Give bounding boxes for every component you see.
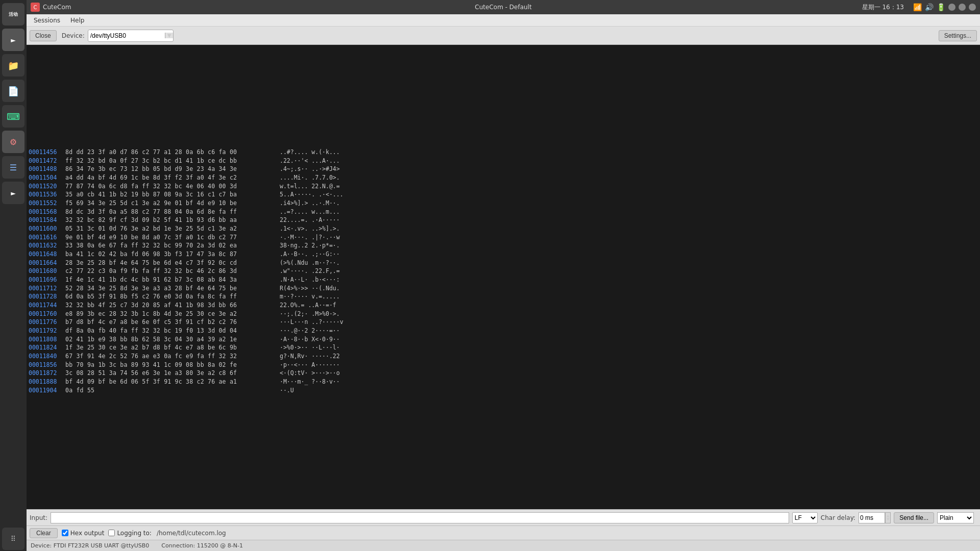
hex-address[interactable]: 00011792	[29, 327, 65, 335]
hex-bytes: 67 3f 91 4e 2c 52 76 ae e3 0a fc e9 fa f…	[65, 352, 280, 361]
table-row: 00011824 1f 3e 25 30 ce 3e a2 b7 d8 bf 4…	[29, 343, 978, 352]
device-dropdown-arrow[interactable]: ▼	[165, 33, 174, 38]
table-row: 00011472 ff 32 32 bd 0a 0f 27 3c b2 bc d…	[29, 157, 978, 165]
hex-address[interactable]: 00011488	[29, 165, 65, 173]
send-file-button[interactable]: Send file...	[894, 512, 934, 523]
input-field[interactable]	[51, 512, 789, 523]
hex-address[interactable]: 00011904	[29, 386, 65, 395]
hex-ascii: ·A··8··b X<·0·9··	[280, 335, 978, 344]
hex-bytes: ba 41 1c 02 42 ba fd 06 98 3b f3 17 47 3…	[65, 250, 280, 259]
hex-output-label: Hex output	[70, 530, 105, 537]
table-row: 00011808 02 41 1b e9 38 bb 8b 62 58 3c 0…	[29, 335, 978, 344]
hex-address[interactable]: 00011808	[29, 335, 65, 344]
hex-address[interactable]: 00011504	[29, 173, 65, 182]
terminal2-icon[interactable]: ►	[2, 182, 24, 204]
minimize-button[interactable]	[948, 4, 955, 11]
hex-ascii: .N·A··L· .b·<···:	[280, 276, 978, 284]
hex-address[interactable]: 00011680	[29, 267, 65, 276]
hex-address[interactable]: 00011840	[29, 352, 65, 361]
grid-symbol: ⠿	[11, 535, 16, 543]
help-menu[interactable]: Help	[66, 16, 88, 25]
table-row: 00011888 bf 4d 09 bf be 6d 06 5f 3f 91 9…	[29, 378, 978, 386]
hex-ascii: ....Mi·. .7.7.0>.	[280, 173, 978, 182]
files-icon[interactable]: 📁	[2, 54, 24, 77]
hex-address[interactable]: 00011552	[29, 199, 65, 208]
output-area[interactable]: 00011456 8d dd 23 3f a0 d7 86 c2 77 a1 2…	[27, 45, 980, 509]
logging-checkbox[interactable]	[108, 530, 115, 536]
close-button[interactable]: Close	[30, 30, 57, 41]
hex-bytes: 86 34 7e 3b ec 73 12 bb 05 bd d9 3e 23 4…	[65, 165, 280, 173]
hex-address[interactable]: 00011536	[29, 190, 65, 199]
hex-address[interactable]: 00011456	[29, 148, 65, 157]
table-row: 00011600 05 31 3c 01 0d 76 3e a2 bd 1e 3…	[29, 224, 978, 233]
hex-address[interactable]: 00011888	[29, 378, 65, 386]
app-grid-icon[interactable]: ⠿	[2, 528, 24, 550]
chardelay-input[interactable]	[859, 512, 885, 523]
hex-address[interactable]: 00011872	[29, 369, 65, 378]
hex-ascii: ··.U	[280, 386, 978, 395]
hex-address[interactable]: 00011744	[29, 301, 65, 310]
hex-address[interactable]: 00011776	[29, 318, 65, 327]
vscode-symbol: ⌨	[7, 111, 20, 122]
hex-ascii: ···.@··2 2····=··	[280, 327, 978, 335]
table-row: 00011696 1f 4e 1c 41 1b dc 4c bb 91 62 b…	[29, 276, 978, 284]
format-select[interactable]: Plain Hex	[937, 512, 974, 523]
table-row: 00011504 a4 dd 4a bf 4d 69 1c be 8d 3f f…	[29, 173, 978, 182]
activities-button[interactable]: 活动	[2, 3, 24, 26]
logging-checkbox-label[interactable]: Logging to:	[108, 530, 152, 537]
hex-ascii: .1<·.v>. ..>%].>.	[280, 224, 978, 233]
hex-bytes: b7 d8 bf 4c e7 a8 be 6e 0f c5 3f 91 cf b…	[65, 318, 280, 327]
close-window-button[interactable]	[969, 4, 976, 11]
hex-address[interactable]: 00011632	[29, 241, 65, 250]
hex-ascii: <·(Q:tV· >···>··o	[280, 369, 978, 378]
settings-button[interactable]: Settings...	[939, 30, 977, 41]
lf-select[interactable]: LF CR CR+LF None	[792, 512, 818, 523]
toolbar: Close Device: ▼ Settings...	[27, 27, 980, 45]
hex-address[interactable]: 00011696	[29, 276, 65, 284]
cutecom-icon[interactable]: ⚙	[2, 131, 24, 153]
vscode-icon[interactable]: ⌨	[2, 105, 24, 128]
table-row: 00011680 c2 77 22 c3 0a f9 fb fa ff 32 3…	[29, 267, 978, 276]
sessions-menu[interactable]: Sessions	[30, 16, 64, 25]
table-row: 00011648 ba 41 1c 02 42 ba fd 06 98 3b f…	[29, 250, 978, 259]
hex-address[interactable]: 00011728	[29, 292, 65, 301]
hex-output-checkbox[interactable]	[62, 530, 68, 536]
app-icon-6[interactable]: ☰	[2, 156, 24, 179]
menubar: Sessions Help	[27, 14, 980, 27]
device-status: Device: FTDI FT232R USB UART @ttyUSB0	[31, 542, 149, 549]
terminal-icon[interactable]: ►	[2, 29, 24, 51]
hex-address[interactable]: 00011856	[29, 361, 65, 369]
hex-address[interactable]: 00011664	[29, 259, 65, 267]
spinner-down[interactable]: ▼	[886, 518, 890, 521]
clear-button[interactable]: Clear	[30, 528, 58, 538]
hex-address[interactable]: 00011520	[29, 182, 65, 191]
hex-ascii: .i4>%].> ..·.M··.	[280, 199, 978, 208]
window-titlebar: C CuteCom CuteCom - Default 星期一 16：13 📶 …	[27, 0, 980, 14]
hex-address[interactable]: 00011616	[29, 233, 65, 242]
hex-bytes: 05 31 3c 01 0d 76 3e a2 bd 1e 3e 25 5d c…	[65, 224, 280, 233]
terminal2-symbol: ►	[11, 188, 16, 198]
table-row: 00011520 77 87 74 0a 6c d8 fa ff 32 32 b…	[29, 182, 978, 191]
hex-address[interactable]: 00011760	[29, 310, 65, 318]
editor-icon[interactable]: 📄	[2, 80, 24, 102]
hex-bytes: 28 3e 25 28 bf 4e 64 75 be 6d e4 c7 3f 9…	[65, 259, 280, 267]
hex-address[interactable]: 00011472	[29, 157, 65, 165]
hex-bytes: 8d dd 23 3f a0 d7 86 c2 77 a1 28 0a 6b c…	[65, 148, 280, 157]
hex-address[interactable]: 00011648	[29, 250, 65, 259]
empty-output-top	[29, 46, 978, 148]
hex-address[interactable]: 00011584	[29, 216, 65, 224]
maximize-button[interactable]	[959, 4, 966, 11]
connection-status: Connection: 115200 @ 8-N-1	[161, 542, 243, 549]
chardelay-spinner[interactable]: ▲ ▼	[885, 512, 891, 523]
hex-output-checkbox-label[interactable]: Hex output	[62, 530, 105, 537]
datetime-label: 星期一 16：13	[862, 3, 904, 12]
hex-address[interactable]: 00011568	[29, 208, 65, 216]
hex-bytes: df 8a 0a fb 40 fa ff 32 32 bc 19 f0 13 3…	[65, 327, 280, 335]
hex-bytes: 9e 01 bf 4d e9 10 be 8d a0 7c 3f a0 1c d…	[65, 233, 280, 242]
input-label: Input:	[30, 514, 47, 521]
device-input[interactable]	[88, 30, 165, 41]
hex-address[interactable]: 00011824	[29, 343, 65, 352]
hex-address[interactable]: 00011600	[29, 224, 65, 233]
hex-address[interactable]: 00011712	[29, 284, 65, 293]
table-row: 00011760 e8 89 3b ec 28 32 3b 1c 8b 4d 3…	[29, 310, 978, 318]
